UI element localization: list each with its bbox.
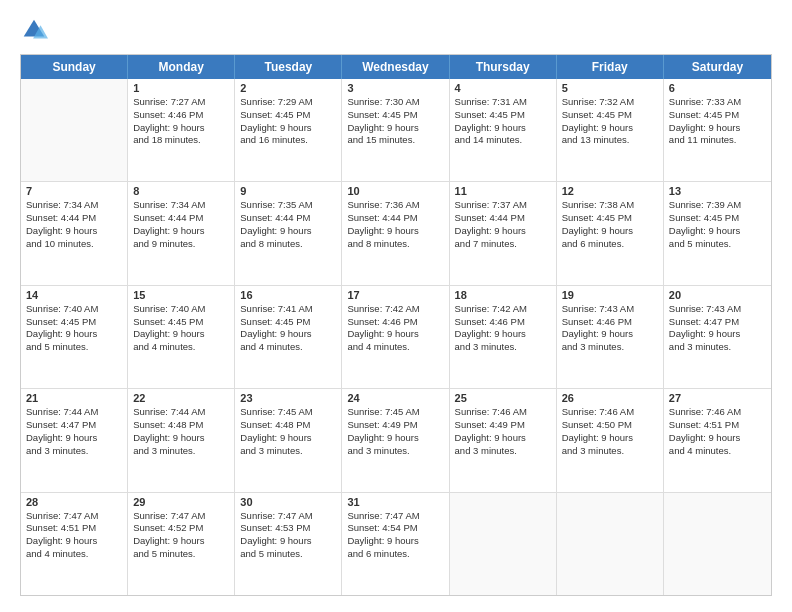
cell-line: Daylight: 9 hours [133,432,229,445]
calendar-row: 7Sunrise: 7:34 AMSunset: 4:44 PMDaylight… [21,182,771,285]
day-number: 7 [26,185,122,197]
cell-line: Sunrise: 7:27 AM [133,96,229,109]
day-number: 2 [240,82,336,94]
day-number: 14 [26,289,122,301]
cell-line: Sunset: 4:50 PM [562,419,658,432]
cell-line: Daylight: 9 hours [669,225,766,238]
cell-line: Sunrise: 7:41 AM [240,303,336,316]
cell-line: Sunset: 4:53 PM [240,522,336,535]
cell-line: Sunrise: 7:37 AM [455,199,551,212]
calendar-cell: 28Sunrise: 7:47 AMSunset: 4:51 PMDayligh… [21,493,128,595]
cell-line: Sunset: 4:46 PM [133,109,229,122]
cell-line: Sunrise: 7:40 AM [133,303,229,316]
calendar-cell: 2Sunrise: 7:29 AMSunset: 4:45 PMDaylight… [235,79,342,181]
cell-line: and 7 minutes. [455,238,551,251]
page: SundayMondayTuesdayWednesdayThursdayFrid… [0,0,792,612]
cell-line: and 3 minutes. [455,341,551,354]
cell-line: Sunset: 4:48 PM [240,419,336,432]
cell-line: and 14 minutes. [455,134,551,147]
cell-line: Sunset: 4:47 PM [669,316,766,329]
cell-line: Daylight: 9 hours [133,225,229,238]
calendar-row: 14Sunrise: 7:40 AMSunset: 4:45 PMDayligh… [21,286,771,389]
cell-line: Daylight: 9 hours [347,535,443,548]
cell-line: Sunset: 4:51 PM [26,522,122,535]
calendar-cell: 1Sunrise: 7:27 AMSunset: 4:46 PMDaylight… [128,79,235,181]
weekday-header: Friday [557,55,664,79]
cell-line: Sunrise: 7:39 AM [669,199,766,212]
cell-line: Sunset: 4:52 PM [133,522,229,535]
calendar-cell: 29Sunrise: 7:47 AMSunset: 4:52 PMDayligh… [128,493,235,595]
cell-line: Daylight: 9 hours [240,122,336,135]
cell-line: Daylight: 9 hours [347,122,443,135]
cell-line: Daylight: 9 hours [455,328,551,341]
cell-line: Sunset: 4:45 PM [669,212,766,225]
calendar-body: 1Sunrise: 7:27 AMSunset: 4:46 PMDaylight… [21,79,771,595]
calendar-cell: 19Sunrise: 7:43 AMSunset: 4:46 PMDayligh… [557,286,664,388]
day-number: 24 [347,392,443,404]
day-number: 21 [26,392,122,404]
calendar-cell: 6Sunrise: 7:33 AMSunset: 4:45 PMDaylight… [664,79,771,181]
cell-line: Daylight: 9 hours [455,122,551,135]
cell-line: Sunset: 4:44 PM [240,212,336,225]
cell-line: Sunset: 4:45 PM [133,316,229,329]
calendar-cell: 4Sunrise: 7:31 AMSunset: 4:45 PMDaylight… [450,79,557,181]
weekday-header: Sunday [21,55,128,79]
cell-line: Sunset: 4:45 PM [562,212,658,225]
cell-line: Sunset: 4:48 PM [133,419,229,432]
calendar-cell [664,493,771,595]
weekday-header: Thursday [450,55,557,79]
cell-line: Sunrise: 7:47 AM [133,510,229,523]
calendar-row: 21Sunrise: 7:44 AMSunset: 4:47 PMDayligh… [21,389,771,492]
cell-line: Daylight: 9 hours [347,432,443,445]
cell-line: and 3 minutes. [133,445,229,458]
calendar-cell: 17Sunrise: 7:42 AMSunset: 4:46 PMDayligh… [342,286,449,388]
cell-line: Sunset: 4:44 PM [26,212,122,225]
calendar-row: 1Sunrise: 7:27 AMSunset: 4:46 PMDaylight… [21,79,771,182]
cell-line: Sunset: 4:45 PM [455,109,551,122]
cell-line: and 16 minutes. [240,134,336,147]
day-number: 10 [347,185,443,197]
cell-line: Sunrise: 7:47 AM [347,510,443,523]
cell-line: and 3 minutes. [26,445,122,458]
cell-line: and 4 minutes. [26,548,122,561]
cell-line: and 3 minutes. [347,445,443,458]
cell-line: Daylight: 9 hours [347,225,443,238]
cell-line: Sunset: 4:46 PM [562,316,658,329]
cell-line: Daylight: 9 hours [240,225,336,238]
cell-line: Sunrise: 7:34 AM [26,199,122,212]
cell-line: Sunrise: 7:42 AM [455,303,551,316]
day-number: 3 [347,82,443,94]
cell-line: and 5 minutes. [240,548,336,561]
day-number: 18 [455,289,551,301]
calendar-cell: 3Sunrise: 7:30 AMSunset: 4:45 PMDaylight… [342,79,449,181]
cell-line: Sunrise: 7:45 AM [240,406,336,419]
calendar: SundayMondayTuesdayWednesdayThursdayFrid… [20,54,772,596]
cell-line: and 3 minutes. [562,445,658,458]
cell-line: Sunset: 4:47 PM [26,419,122,432]
day-number: 17 [347,289,443,301]
calendar-cell: 21Sunrise: 7:44 AMSunset: 4:47 PMDayligh… [21,389,128,491]
header [20,16,772,44]
cell-line: Sunset: 4:49 PM [347,419,443,432]
cell-line: Daylight: 9 hours [562,122,658,135]
day-number: 20 [669,289,766,301]
cell-line: Sunrise: 7:33 AM [669,96,766,109]
cell-line: Sunset: 4:44 PM [455,212,551,225]
cell-line: Sunrise: 7:29 AM [240,96,336,109]
cell-line: and 10 minutes. [26,238,122,251]
cell-line: Sunset: 4:49 PM [455,419,551,432]
day-number: 6 [669,82,766,94]
cell-line: Daylight: 9 hours [562,432,658,445]
cell-line: Sunset: 4:45 PM [26,316,122,329]
calendar-cell [450,493,557,595]
cell-line: Daylight: 9 hours [455,225,551,238]
cell-line: Daylight: 9 hours [133,122,229,135]
day-number: 13 [669,185,766,197]
calendar-cell: 8Sunrise: 7:34 AMSunset: 4:44 PMDaylight… [128,182,235,284]
cell-line: and 6 minutes. [347,548,443,561]
day-number: 5 [562,82,658,94]
cell-line: Sunrise: 7:38 AM [562,199,658,212]
cell-line: Sunrise: 7:43 AM [562,303,658,316]
calendar-cell: 25Sunrise: 7:46 AMSunset: 4:49 PMDayligh… [450,389,557,491]
cell-line: Daylight: 9 hours [562,328,658,341]
